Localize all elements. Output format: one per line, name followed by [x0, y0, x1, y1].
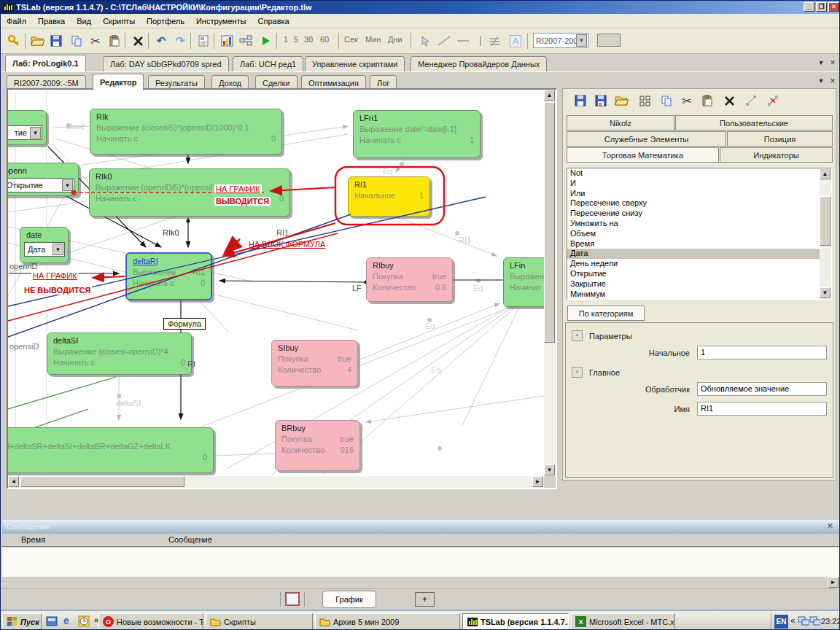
paste-icon[interactable]: [106, 32, 123, 50]
run-icon[interactable]: [257, 32, 275, 50]
palette-tab-indicators[interactable]: Индикаторы: [720, 147, 833, 163]
taskbar-item-excel[interactable]: X Microsoft Excel - MTC.xls...: [571, 613, 675, 630]
interval-60-button[interactable]: 60: [320, 35, 329, 44]
menu-help[interactable]: Справка: [252, 15, 295, 28]
hline-tool-icon[interactable]: [454, 32, 472, 50]
zigzag-tool-icon[interactable]: [486, 32, 504, 50]
vscroll-thumb[interactable]: [544, 102, 555, 343]
scroll-up-icon[interactable]: ▲: [544, 90, 555, 101]
quicklaunch-ie-icon[interactable]: e: [63, 615, 69, 626]
scroll-up-icon[interactable]: ▲: [820, 168, 831, 179]
collapse-section-icon[interactable]: ^: [572, 330, 583, 341]
taskbar-item-archive[interactable]: Архив 5 мин 2009: [315, 613, 460, 630]
chart-icon[interactable]: [218, 32, 236, 50]
connect-icon[interactable]: [742, 92, 760, 109]
canvas-hscrollbar[interactable]: ◄ ►: [8, 476, 544, 488]
language-indicator[interactable]: EN: [774, 615, 788, 629]
grid-icon[interactable]: [636, 92, 653, 109]
unit-min-button[interactable]: Мин: [365, 35, 381, 44]
cursor-tool-icon[interactable]: [416, 32, 434, 50]
undo-icon[interactable]: ↶: [152, 32, 170, 50]
network-icon[interactable]: [809, 616, 820, 629]
disconnect-icon[interactable]: [764, 92, 782, 109]
scroll-right-icon[interactable]: ►: [532, 476, 543, 487]
messages-scroll-right-icon[interactable]: ►: [828, 577, 839, 588]
messages-close-icon[interactable]: ✕: [827, 521, 833, 531]
tab-lab-day-spred[interactable]: Лаб: DAY sDbGPkd0709 spred: [103, 56, 229, 71]
menu-file[interactable]: Файл: [1, 15, 32, 28]
open-icon[interactable]: [612, 92, 630, 109]
tabrow-collapse-icon[interactable]: ▼: [816, 58, 826, 68]
scroll-down-icon[interactable]: ▼: [544, 464, 555, 475]
paste-icon[interactable]: [699, 92, 716, 109]
tab-graph[interactable]: График: [322, 591, 376, 608]
tab-lab-uch[interactable]: Лаб: UCH ред1: [233, 56, 303, 71]
interval-30-button[interactable]: 30: [304, 35, 313, 44]
tab-editor[interactable]: Редактор: [93, 74, 144, 90]
cut-icon[interactable]: ✂: [678, 92, 696, 109]
handler-input[interactable]: Обновляемое значение: [697, 382, 827, 396]
palette-tab-nikolz[interactable]: Nikolz: [567, 115, 674, 131]
list-item[interactable]: Объем: [567, 229, 831, 239]
list-item[interactable]: Время: [567, 239, 831, 249]
list-item[interactable]: Закрытие: [567, 279, 831, 289]
docrow-close-icon[interactable]: ✕: [828, 76, 838, 86]
list-scroll-thumb[interactable]: [820, 196, 831, 246]
symbol-combobox[interactable]: RI2007-2009:-▼: [533, 33, 588, 48]
text-tool-icon[interactable]: A: [507, 32, 524, 50]
palette-tab-position[interactable]: Позиция: [727, 131, 833, 147]
col-message[interactable]: Сообщение: [168, 535, 212, 544]
menu-portfolio[interactable]: Портфель: [141, 15, 190, 28]
tab-script-manager[interactable]: Управление скриптами: [305, 56, 405, 71]
close-button[interactable]: ×: [828, 2, 839, 12]
tab-lab-prologik[interactable]: Лаб: ProLogik0.1: [5, 55, 86, 71]
palette-tab-service[interactable]: Служебные Элементы: [567, 131, 726, 147]
start-button[interactable]: Пуск: [2, 613, 42, 630]
scroll-left-icon[interactable]: ◄: [8, 476, 19, 487]
interval-5-button[interactable]: 5: [294, 35, 298, 44]
copy-icon[interactable]: [658, 92, 675, 109]
minimize-button[interactable]: _: [804, 2, 814, 12]
col-time[interactable]: Время: [21, 535, 45, 544]
tab-data-providers[interactable]: Менеджер Провайдеров Данных: [411, 56, 547, 71]
list-item[interactable]: Открытие: [567, 269, 831, 279]
tray-chevron-icon[interactable]: «: [790, 615, 796, 626]
list-vscrollbar[interactable]: ▲ ▼: [820, 168, 831, 299]
save-as-icon[interactable]: a: [592, 92, 610, 109]
menu-edit[interactable]: Правка: [32, 15, 71, 28]
docrow-collapse-icon[interactable]: ▼: [816, 76, 826, 86]
unit-sec-button[interactable]: Сек: [344, 35, 358, 44]
canvas-vscrollbar[interactable]: ▲ ▼: [544, 90, 556, 476]
list-item[interactable]: Not: [567, 168, 831, 179]
combo-dropdown-icon[interactable]: ▼: [576, 34, 587, 47]
palette-tab-trading-math[interactable]: Торговая Математика: [567, 147, 719, 163]
list-item[interactable]: Умножить на: [567, 219, 831, 229]
list-item[interactable]: И: [567, 179, 831, 189]
name-input[interactable]: RI1: [697, 402, 827, 416]
save-icon[interactable]: [47, 32, 65, 50]
menu-view[interactable]: Вид: [71, 15, 97, 28]
initial-input[interactable]: 1: [697, 346, 827, 359]
color-swatch[interactable]: [597, 34, 621, 47]
maximize-button[interactable]: ❐: [816, 2, 827, 12]
scroll-down-icon[interactable]: ▼: [820, 287, 831, 298]
save-icon[interactable]: [572, 92, 589, 109]
list-item[interactable]: Пересечение сверху: [567, 198, 831, 209]
taskbar-item-opera[interactable]: O Новые возможности - Т...: [98, 613, 203, 630]
delete-icon[interactable]: [129, 32, 147, 50]
redo-icon[interactable]: ↷: [171, 32, 189, 50]
unit-days-button[interactable]: Дни: [388, 35, 402, 44]
interval-1-button[interactable]: 1: [284, 35, 288, 44]
page-icon[interactable]: [285, 592, 300, 606]
hscroll-thumb[interactable]: [20, 476, 184, 487]
taskbar-item-scripts[interactable]: Скрипты: [206, 613, 313, 630]
collapse-section-icon[interactable]: ^: [572, 367, 583, 378]
cut-icon[interactable]: ✂: [87, 32, 104, 50]
script-structure-icon[interactable]: [237, 32, 254, 50]
properties-tab-by-category[interactable]: По категориям: [567, 306, 645, 321]
add-tab-button[interactable]: +: [415, 592, 435, 607]
script-canvas[interactable]: тие▼ RIk Выражение (closeri/5)*(opensiD/…: [8, 90, 544, 476]
palette-tab-user[interactable]: Пользовательские: [675, 115, 833, 131]
list-item[interactable]: Или: [567, 189, 831, 199]
quicklaunch-app-icon[interactable]: [46, 615, 58, 630]
